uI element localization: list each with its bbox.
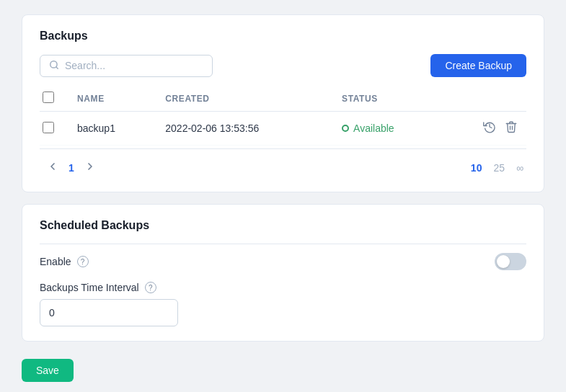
page-nav: 1 [43,158,100,177]
search-input[interactable] [65,60,203,71]
row-actions [444,112,526,146]
interval-help-icon[interactable]: ? [145,282,156,293]
svg-line-1 [56,66,58,68]
enable-row: Enable ? [40,253,526,270]
row-name: backup1 [68,112,156,146]
select-all-col [40,86,68,112]
created-col-header: CREATED [156,86,333,112]
toggle-thumb [497,255,510,268]
actions-col-header [444,86,526,112]
table-header-row: NAME CREATED STATUS [40,86,526,112]
row-status: Available [333,112,443,146]
status-col-header: STATUS [333,86,443,112]
status-text: Available [353,122,394,134]
backups-toolbar: Create Backup [40,54,526,77]
current-page: 1 [68,162,74,174]
page-size-all[interactable]: ∞ [516,162,523,174]
page-sizes: 10 25 ∞ [471,162,523,174]
delete-icon[interactable] [505,120,518,136]
toggle-track [495,253,526,270]
search-box [40,55,213,77]
history-icon[interactable] [483,120,496,136]
save-area: Save [22,353,544,382]
backups-table: NAME CREATED STATUS backup1 2022-02-06 1… [40,86,526,146]
backups-title: Backups [40,30,526,43]
create-backup-button[interactable]: Create Backup [430,54,526,77]
search-icon [49,60,59,72]
enable-label: Enable [40,256,71,267]
table-row: backup1 2022-02-06 13:53:56 Available [40,112,526,146]
status-dot [342,125,349,132]
enable-help-icon[interactable]: ? [77,256,89,267]
interval-field-group: Backups Time Interval ? [40,282,526,326]
save-button[interactable]: Save [22,359,74,382]
name-col-header: NAME [68,86,156,112]
interval-label: Backups Time Interval [40,282,139,293]
prev-page-button[interactable] [43,158,63,177]
scheduled-backups-card: Scheduled Backups Enable ? Backups Time … [22,204,544,342]
scheduled-backups-title: Scheduled Backups [40,219,526,232]
row-created: 2022-02-06 13:53:56 [156,112,333,146]
next-page-button[interactable] [80,158,100,177]
backups-card: Backups Create Backup NAME [22,14,544,192]
pagination: 1 10 25 ∞ [40,148,526,177]
page-size-25[interactable]: 25 [493,162,505,174]
divider [40,244,526,244]
interval-label-row: Backups Time Interval ? [40,282,526,293]
enable-toggle[interactable] [495,253,526,270]
interval-input[interactable] [40,299,178,326]
select-all-checkbox[interactable] [43,92,54,103]
row-checkbox[interactable] [43,122,54,133]
row-select-cell [40,112,68,146]
page-size-10[interactable]: 10 [471,162,482,174]
